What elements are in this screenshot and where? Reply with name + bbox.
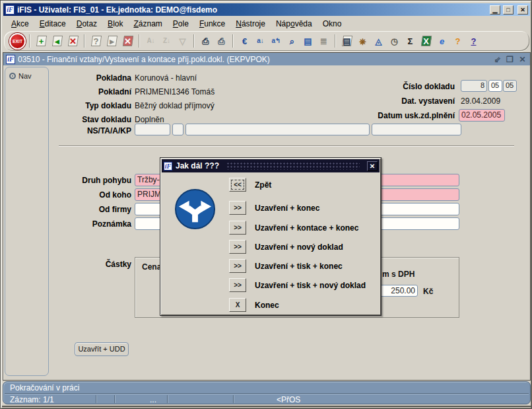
dat-vystaveni-value: 29.04.2009 [461,96,500,106]
dialog-close-account-end-button[interactable]: >> [229,221,246,235]
toolbar: EXIT+◂✕?▸✕A↓Z↓▽⎙⎙€a↓a↰⌕▤≣▤⎈◬◷ΣXe?? [4,31,529,51]
menu-item-dotaz[interactable]: Dotaz [71,19,102,29]
ns-field[interactable] [135,124,170,135]
toolbar-separator [335,34,336,48]
icon-glyph: ⌕ [290,37,294,46]
mdi-minimize-icon[interactable]: ⇙ [492,55,502,64]
zoom-icon[interactable]: ⌕ [284,33,300,49]
menu-item-akce[interactable]: Akce [6,19,34,29]
typ-dokladu-label: Typ dokladu [26,101,131,110]
copy-field-down-icon[interactable]: a↓ [253,33,268,49]
cislo-rada-field[interactable]: 05 [488,80,502,92]
icon-glyph: ≣ [320,37,327,46]
mdi-window-title: 03510 - Finanční vztahy/Vystavení a kont… [18,55,490,64]
ta-field[interactable] [172,124,183,135]
cislo-dokladu-label: Číslo dokladu [362,82,455,91]
cancel-query-icon[interactable]: ✕ [120,33,135,49]
enter-query-icon[interactable]: ? [88,33,104,49]
druh-pohybu-label: Druh pohybu [26,176,131,185]
icon-glyph: ◬ [376,37,382,46]
minimize-button[interactable]: ▁ [490,5,500,15]
list-of-values-icon[interactable]: ▤ [300,33,316,49]
dialog-end-label: Konec [255,301,279,310]
pyramid-view-icon[interactable]: ◬ [371,33,386,49]
section-divider [59,145,514,147]
menu-item-editace[interactable]: Editace [34,19,71,29]
stav-dokladu-label: Stav dokladu [26,115,131,124]
od-firmy-label: Od firmy [26,205,131,214]
print-icon[interactable]: ⎙ [198,33,213,49]
sort-descending-icon[interactable]: Z↓ [159,33,174,49]
pokladni-label: Pokladní [26,87,131,96]
print-batch-icon[interactable]: ⎙ [214,33,229,49]
menu-item-nastroje[interactable]: Nástroje [230,19,271,29]
status-message: Pokračování v práci [10,383,79,392]
clock-icon[interactable]: ◷ [387,33,402,49]
icon-glyph: € [242,37,247,46]
icon-glyph: ? [94,37,99,46]
tree-view-icon[interactable]: ≣ [316,33,331,49]
cislo-rok-field[interactable]: 05 [503,80,517,92]
duplicate-record-icon[interactable]: ◂ [50,33,65,49]
icon-glyph: Σ [408,37,413,46]
menu-item-funkce[interactable]: Funkce [194,19,230,29]
mdi-restore-icon[interactable]: ❐ [505,55,515,64]
menu-item-zaznam[interactable]: Záznam [128,19,167,29]
menu-item-blok[interactable]: Blok [102,19,128,29]
status-mode: <PřOS [277,395,300,404]
context-help-icon[interactable]: ? [450,33,465,49]
dialog-close-print-end-button[interactable]: >> [229,259,246,273]
close-button[interactable]: ✕ [517,5,528,15]
application-window: iF iFIS - Uživatel: FIS_01 - Ek.jednotka… [0,0,532,409]
akce-field[interactable] [185,124,370,135]
duzp-field[interactable]: 02.05.2005 [459,109,505,122]
detail-card-icon[interactable]: ▤ [339,33,354,49]
icon-glyph: A↓ [147,38,154,44]
celkem-s-dph-label: m s DPH [382,270,415,279]
dialog-close-print-new-doc-button[interactable]: >> [229,278,246,292]
filter-icon[interactable]: ▽ [175,33,190,49]
kp-field[interactable] [372,124,461,135]
pokladna-label: Pokladna [26,73,131,83]
uzavrit-udd-button[interactable]: Uzavřít + UDD [75,342,129,356]
status-bar: Pokračování v práci Záznam: 1/1 ... <PřO… [3,381,531,404]
duzp-label: Datum usk.zd.plnění [362,111,455,120]
stav-dokladu-value: Doplněn [135,115,164,124]
dialog-close-icon[interactable]: ✕ [367,161,378,171]
insert-record-icon[interactable]: + [34,33,49,49]
dialog-back-button[interactable]: << [229,178,246,192]
dialog-close-print-new-doc-label: Uzavření + tisk + nový doklad [255,281,366,290]
menu-item-napoveda[interactable]: Nápověda [271,19,317,29]
dialog-close-print-end-label: Uzavření + tisk + konec [255,262,343,271]
dialog-titlebar: iF Jak dál ??? ✕ [162,159,380,172]
mdi-close-icon[interactable]: ✕ [517,55,527,64]
dialog-close-new-doc-label: Uzavření + nový doklad [255,242,343,252]
currency-exchange-icon[interactable]: € [237,33,252,49]
delete-record-icon[interactable]: ✕ [65,33,81,49]
copy-field-previous-icon[interactable]: a↰ [269,33,284,49]
dialog-close-new-doc-button[interactable]: >> [229,240,246,254]
toolbar-separator [232,34,234,48]
helm-icon[interactable]: ⎈ [355,33,370,49]
icon-glyph: e [440,37,444,46]
status-separator [114,395,116,403]
exit-button[interactable]: EXIT [9,33,26,50]
browser-icon[interactable]: e [434,33,449,49]
typ-dokladu-value: Běžný doklad příjmový [135,101,215,110]
sort-ascending-icon[interactable]: A↓ [143,33,158,49]
dialog-close-end-button[interactable]: >> [229,201,246,215]
dialog-end-button[interactable]: X [229,298,246,312]
menu-item-pole[interactable]: Pole [168,19,194,29]
icon-glyph: ⎙ [218,37,224,46]
menu-item-okno[interactable]: Okno [317,19,347,29]
maximize-button[interactable]: □ [503,5,514,15]
sum-icon[interactable]: Σ [403,33,418,49]
execute-query-icon[interactable]: ▸ [104,33,119,49]
excel-export-icon[interactable]: X [418,33,434,49]
help-icon[interactable]: ? [466,33,481,49]
pokladna-value: Korunová - hlavní [135,73,197,83]
icon-glyph: ⎈ [359,37,366,46]
currency-label: Kč [423,287,433,296]
dialog-close-account-end-label: Uzavření + kontace + konec [255,223,358,233]
cislo-dokladu-field[interactable]: 8 [461,80,487,92]
